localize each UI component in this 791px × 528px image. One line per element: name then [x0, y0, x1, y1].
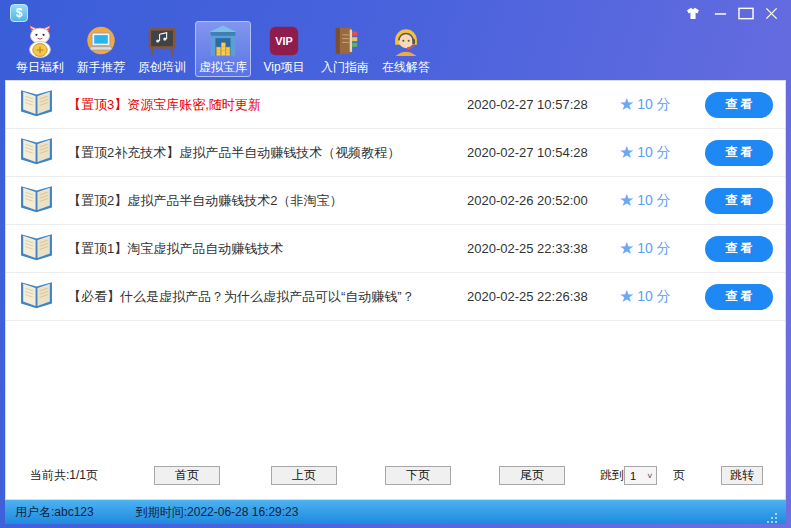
toolbar-item-label: 每日福利 [16, 60, 64, 74]
article-title: 【置顶2】虚拟产品半自动赚钱技术2（非淘宝） [68, 192, 467, 210]
vip-badge-icon: VIP [267, 24, 301, 58]
list-item[interactable]: 【必看】什么是虚拟产品？为什么虚拟产品可以“自动赚钱”？ 2020-02-25 … [6, 273, 785, 321]
score-text: 10 分 [637, 144, 670, 162]
statusbar: 用户名:abc123 到期时间:2022-06-28 16:29:23 [5, 500, 786, 524]
view-button[interactable]: 查 看 [705, 188, 773, 214]
status-expiry: 到期时间:2022-06-28 16:29:23 [136, 504, 299, 521]
content-panel: 【置顶3】资源宝库账密,随时更新 2020-02-27 10:57:28 ★ 1… [5, 80, 786, 500]
pagination-bar: 当前共:1/1页 首页 上页 下页 尾页 跳到 1 ∨ 页 跳转 [6, 466, 785, 499]
score-text: 10 分 [637, 288, 670, 306]
skin-shirt-icon[interactable] [682, 6, 704, 21]
score-text: 10 分 [637, 192, 670, 210]
toolbar-item-label: 新手推荐 [77, 60, 125, 74]
open-book-icon [18, 88, 56, 122]
lucky-cat-icon [23, 24, 57, 58]
toolbar-item-label: 原创培训 [138, 60, 186, 74]
score-text: 10 分 [637, 240, 670, 258]
article-title: 【置顶2补充技术】虚拟产品半自动赚钱技术（视频教程） [68, 144, 467, 162]
toolbar-item-每日福利[interactable]: 每日福利 [12, 21, 68, 77]
article-score: ★ 10 分 [619, 240, 705, 258]
close-icon[interactable] [764, 6, 779, 21]
chevron-down-icon: ∨ [646, 472, 653, 480]
article-title: 【置顶3】资源宝库账密,随时更新 [68, 96, 467, 114]
view-button[interactable]: 查 看 [705, 140, 773, 166]
star-icon: ★ [619, 192, 634, 209]
guide-book-icon [328, 24, 362, 58]
toolbar-item-新手推荐[interactable]: 新手推荐 [73, 21, 129, 77]
view-button[interactable]: 查 看 [705, 236, 773, 262]
list-item[interactable]: 【置顶2】虚拟产品半自动赚钱技术2（非淘宝） 2020-02-26 20:52:… [6, 177, 785, 225]
article-score: ★ 10 分 [619, 288, 705, 306]
toolbar-item-原创培训[interactable]: 原创培训 [134, 21, 190, 77]
open-book-icon [18, 232, 56, 266]
article-title: 【置顶1】淘宝虚拟产品自动赚钱技术 [68, 240, 467, 258]
star-icon: ★ [619, 240, 634, 257]
article-timestamp: 2020-02-27 10:57:28 [467, 97, 619, 112]
app-logo-icon: $ [10, 4, 28, 22]
star-icon: ★ [619, 288, 634, 305]
first-page-button[interactable]: 首页 [154, 466, 220, 485]
status-username: 用户名:abc123 [15, 504, 94, 521]
score-text: 10 分 [637, 96, 670, 114]
article-score: ★ 10 分 [619, 192, 705, 210]
page-number-select[interactable]: 1 ∨ [624, 466, 657, 485]
monitor-icon [84, 24, 118, 58]
view-button[interactable]: 查 看 [705, 92, 773, 118]
next-page-button[interactable]: 下页 [385, 466, 451, 485]
open-book-icon [18, 136, 56, 170]
page-unit-label: 页 [673, 467, 685, 484]
article-timestamp: 2020-02-26 20:52:00 [467, 193, 619, 208]
last-page-button[interactable]: 尾页 [499, 466, 565, 485]
open-book-icon [18, 184, 56, 218]
prev-page-button[interactable]: 上页 [271, 466, 337, 485]
article-title: 【必看】什么是虚拟产品？为什么虚拟产品可以“自动赚钱”？ [68, 288, 467, 306]
toolbar: 每日福利 新手推荐 原创培训 虚拟宝库 [0, 24, 791, 80]
window-controls [682, 6, 779, 21]
toolbar-item-虚拟宝库[interactable]: 虚拟宝库 [195, 21, 251, 77]
minimize-icon[interactable] [713, 6, 728, 21]
article-timestamp: 2020-02-27 10:54:28 [467, 145, 619, 160]
open-book-icon [18, 280, 56, 314]
article-timestamp: 2020-02-25 22:26:38 [467, 289, 619, 304]
resize-grip[interactable] [766, 512, 778, 524]
toolbar-item-Vip项目[interactable]: VIP Vip项目 [256, 21, 312, 77]
page-summary: 当前共:1/1页 [30, 467, 98, 484]
toolbar-item-label: 虚拟宝库 [199, 60, 247, 74]
article-score: ★ 10 分 [619, 96, 705, 114]
blackboard-icon [145, 24, 179, 58]
vault-icon [206, 24, 240, 58]
list-item[interactable]: 【置顶1】淘宝虚拟产品自动赚钱技术 2020-02-25 22:33:38 ★ … [6, 225, 785, 273]
toolbar-item-入门指南[interactable]: 入门指南 [317, 21, 373, 77]
jump-button[interactable]: 跳转 [721, 466, 763, 485]
star-icon: ★ [619, 144, 634, 161]
svg-text:VIP: VIP [275, 35, 293, 47]
toolbar-item-label: 在线解答 [382, 60, 430, 74]
jump-to-label: 跳到 [600, 467, 624, 484]
support-agent-icon [389, 24, 423, 58]
app-window: $ 每日福利 [0, 0, 791, 528]
toolbar-item-label: 入门指南 [321, 60, 369, 74]
star-icon: ★ [619, 96, 634, 113]
view-button[interactable]: 查 看 [705, 284, 773, 310]
toolbar-item-在线解答[interactable]: 在线解答 [378, 21, 434, 77]
maximize-icon[interactable] [737, 6, 755, 21]
list-item[interactable]: 【置顶3】资源宝库账密,随时更新 2020-02-27 10:57:28 ★ 1… [6, 81, 785, 129]
page-number-value: 1 [630, 470, 636, 482]
article-score: ★ 10 分 [619, 144, 705, 162]
article-timestamp: 2020-02-25 22:33:38 [467, 241, 619, 256]
list-item[interactable]: 【置顶2补充技术】虚拟产品半自动赚钱技术（视频教程） 2020-02-27 10… [6, 129, 785, 177]
toolbar-item-label: Vip项目 [263, 60, 304, 74]
article-list: 【置顶3】资源宝库账密,随时更新 2020-02-27 10:57:28 ★ 1… [6, 81, 785, 321]
